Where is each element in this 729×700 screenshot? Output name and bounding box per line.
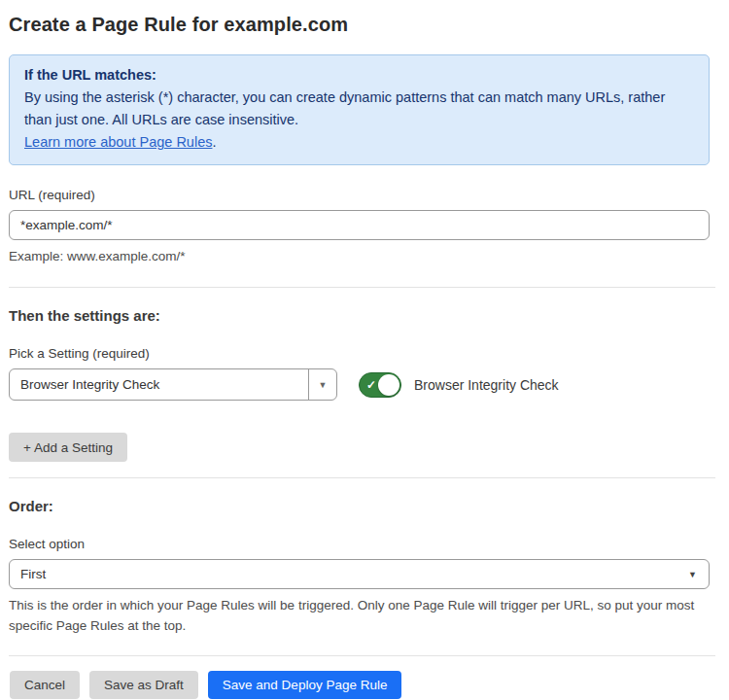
url-example-helper: Example: www.example.com/* — [9, 246, 710, 266]
cancel-button[interactable]: Cancel — [10, 671, 80, 699]
setting-dropdown-value: Browser Integrity Check — [10, 369, 308, 400]
learn-more-link[interactable]: Learn more about Page Rules — [24, 134, 212, 150]
info-box-link-line: Learn more about Page Rules. — [24, 131, 694, 154]
url-input[interactable] — [9, 210, 710, 240]
divider — [9, 655, 715, 656]
pick-setting-label: Pick a Setting (required) — [9, 346, 710, 361]
setting-dropdown[interactable]: Browser Integrity Check ▼ — [9, 368, 337, 401]
setting-row: Browser Integrity Check ▼ ✓ Browser Inte… — [9, 368, 710, 401]
toggle-knob — [378, 374, 399, 396]
save-and-deploy-button[interactable]: Save and Deploy Page Rule — [208, 671, 402, 699]
browser-integrity-toggle[interactable]: ✓ — [359, 372, 401, 398]
check-icon: ✓ — [366, 378, 376, 392]
url-matches-info-box: If the URL matches: By using the asteris… — [9, 54, 710, 165]
setting-dropdown-caret-button[interactable]: ▼ — [308, 369, 336, 400]
settings-section-heading: Then the settings are: — [9, 307, 710, 324]
caret-down-icon: ▼ — [688, 570, 697, 579]
info-box-body: By using the asterisk (*) character, you… — [24, 87, 694, 131]
page-rule-form: Create a Page Rule for example.com If th… — [0, 0, 729, 699]
page-title: Create a Page Rule for example.com — [9, 14, 710, 36]
order-select-label: Select option — [9, 537, 710, 551]
order-helper-text: This is the order in which your Page Rul… — [9, 595, 710, 636]
add-setting-button[interactable]: + Add a Setting — [9, 433, 127, 462]
order-section-heading: Order: — [9, 498, 710, 514]
footer-actions: Cancel Save as Draft Save and Deploy Pag… — [9, 671, 710, 699]
toggle-label: Browser Integrity Check — [414, 377, 559, 393]
url-field-label: URL (required) — [9, 188, 710, 202]
caret-down-icon: ▼ — [319, 380, 328, 390]
divider — [9, 477, 715, 478]
order-select-value: First — [20, 567, 46, 581]
save-as-draft-button[interactable]: Save as Draft — [89, 671, 198, 699]
divider — [9, 287, 715, 288]
info-box-heading: If the URL matches: — [24, 64, 694, 87]
order-select[interactable]: First ▼ — [9, 559, 710, 589]
link-suffix: . — [212, 134, 216, 150]
